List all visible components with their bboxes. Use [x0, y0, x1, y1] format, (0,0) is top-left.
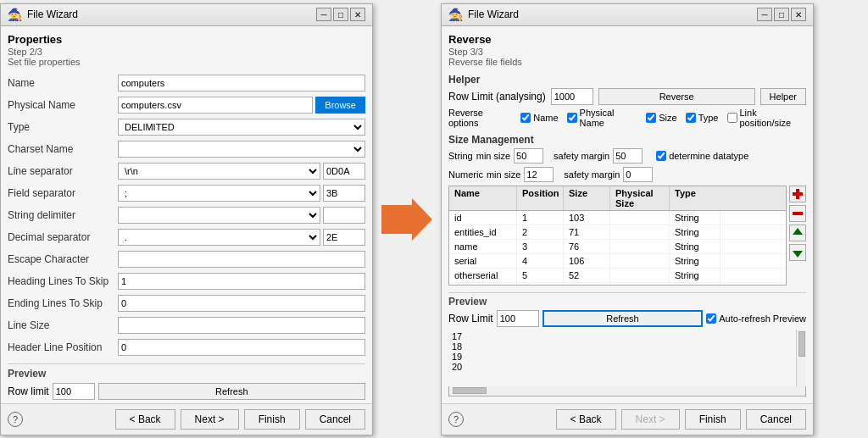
- cb-size-label[interactable]: Size: [646, 113, 676, 123]
- left-section-title: Properties: [8, 33, 365, 46]
- numeric-safety-input[interactable]: [623, 167, 653, 182]
- right-title-icon: 🧙: [448, 8, 463, 21]
- type-label: Type: [8, 121, 118, 133]
- right-finish-button[interactable]: Finish: [685, 409, 741, 430]
- left-preview-section: Preview Row limit Refresh: [8, 363, 365, 403]
- cell-type: String: [670, 211, 721, 225]
- table-down-button[interactable]: [789, 244, 806, 261]
- string-label: String: [448, 151, 473, 161]
- left-preview-row: Row limit Refresh: [8, 383, 365, 400]
- determine-datatype-label[interactable]: determine datatype: [656, 151, 748, 161]
- charset-select[interactable]: [118, 141, 365, 158]
- left-back-button[interactable]: < Back: [115, 409, 175, 430]
- cb-size[interactable]: [646, 113, 656, 123]
- right-cancel-button[interactable]: Cancel: [746, 409, 806, 430]
- right-back-button[interactable]: < Back: [556, 409, 616, 430]
- cb-type[interactable]: [686, 113, 696, 123]
- left-refresh-button[interactable]: Refresh: [98, 383, 365, 400]
- left-minimize-btn[interactable]: ─: [316, 8, 331, 21]
- row-limit-analysing-input[interactable]: [551, 88, 593, 105]
- decimal-sep-hex[interactable]: [323, 229, 365, 246]
- numeric-min-size-input[interactable]: [524, 167, 554, 182]
- right-row-limit-label: Row Limit: [448, 313, 493, 324]
- left-footer-right: < Back Next > Finish Cancel: [115, 409, 365, 430]
- string-min-size-input[interactable]: [514, 148, 543, 164]
- preview-line-18: 18: [452, 341, 793, 352]
- cb-physical[interactable]: [567, 113, 577, 123]
- right-preview-scrollbar-v[interactable]: [796, 330, 806, 386]
- header-pos-input[interactable]: [118, 339, 365, 356]
- right-minimize-btn[interactable]: ─: [757, 8, 772, 21]
- cb-link[interactable]: [727, 113, 737, 123]
- left-cancel-button[interactable]: Cancel: [305, 409, 365, 430]
- right-close-btn[interactable]: ✕: [791, 8, 806, 21]
- field-sep-select[interactable]: ;: [118, 185, 320, 202]
- helper-button[interactable]: Helper: [760, 88, 806, 105]
- cb-link-label[interactable]: Link position/size: [727, 108, 807, 128]
- right-title-bar: 🧙 File Wizard ─ □ ✕: [442, 4, 813, 26]
- cb-name[interactable]: [520, 113, 531, 123]
- determine-datatype-cb[interactable]: [656, 151, 666, 161]
- reverse-button[interactable]: Reverse: [598, 88, 755, 105]
- line-sep-row: Line separator \r\n: [8, 162, 365, 180]
- col-header-type: Type: [670, 186, 721, 210]
- table-up-button[interactable]: [789, 225, 806, 241]
- left-next-button[interactable]: Next >: [181, 409, 239, 430]
- string-delim-select[interactable]: [118, 207, 320, 224]
- name-input[interactable]: [118, 75, 365, 91]
- right-maximize-btn[interactable]: □: [774, 8, 789, 21]
- cb-name-label[interactable]: Name: [520, 113, 558, 123]
- cell-size: 62: [564, 283, 610, 286]
- cb-physical-label[interactable]: Physical Name: [567, 108, 638, 128]
- browse-button[interactable]: Browse: [315, 97, 365, 114]
- field-sep-label: Field separator: [8, 187, 118, 199]
- field-sep-hex[interactable]: [323, 185, 365, 202]
- auto-refresh-label[interactable]: Auto-refresh Preview: [706, 313, 806, 324]
- table-row: entities_id 2 71 String: [449, 225, 786, 240]
- type-select[interactable]: DELIMITED: [118, 119, 365, 136]
- ending-skip-input[interactable]: [118, 295, 365, 312]
- string-delim-hex[interactable]: [323, 207, 365, 224]
- cell-type: String: [670, 283, 721, 286]
- left-window: 🧙 File Wizard ─ □ ✕ Properties Step 2/3 …: [0, 3, 373, 435]
- line-sep-hex[interactable]: [323, 163, 365, 180]
- left-maximize-btn[interactable]: □: [333, 8, 348, 21]
- table-add-button[interactable]: [789, 186, 806, 202]
- heading-skip-input[interactable]: [118, 273, 365, 290]
- decimal-sep-select[interactable]: .: [118, 229, 320, 246]
- auto-refresh-cb[interactable]: [706, 313, 716, 324]
- right-next-button[interactable]: Next >: [621, 409, 680, 430]
- cell-position: 1: [517, 211, 564, 225]
- right-preview-scrollbar-h[interactable]: [448, 386, 806, 396]
- line-size-input[interactable]: [118, 317, 365, 334]
- left-row-limit-input[interactable]: [53, 383, 95, 400]
- escape-input[interactable]: [118, 251, 365, 268]
- table-row: serial 4 106 String: [449, 254, 786, 269]
- right-preview-scrollbar-h-thumb: [453, 387, 487, 394]
- table-row: name 3 76 String: [449, 240, 786, 254]
- cell-name: name: [449, 240, 517, 253]
- svg-marker-4: [793, 228, 803, 235]
- left-finish-button[interactable]: Finish: [244, 409, 300, 430]
- string-safety-input[interactable]: [613, 148, 643, 164]
- cell-size: 52: [564, 269, 610, 282]
- header-pos-label: Header Line Position: [8, 341, 118, 353]
- table-remove-button[interactable]: [789, 205, 806, 222]
- left-close-btn[interactable]: ✕: [350, 8, 365, 21]
- cb-type-label[interactable]: Type: [686, 113, 719, 123]
- cell-name: otherserial: [449, 269, 517, 282]
- right-row-limit-input[interactable]: [497, 310, 539, 327]
- cell-name: contact: [449, 283, 517, 286]
- right-help-icon[interactable]: ?: [448, 412, 464, 427]
- string-min-size-label: min size: [476, 151, 510, 161]
- line-sep-select[interactable]: \r\n: [118, 163, 320, 180]
- right-step: Step 3/3 Reverse file fields: [448, 47, 806, 67]
- cell-size: 71: [564, 225, 610, 239]
- string-delim-control: [118, 207, 365, 224]
- left-help-icon[interactable]: ?: [8, 412, 23, 427]
- right-refresh-button[interactable]: Refresh: [542, 310, 704, 327]
- physical-name-row: Physical Name Browse: [8, 96, 365, 114]
- right-title-controls: ─ □ ✕: [757, 8, 806, 21]
- physical-name-input[interactable]: [118, 97, 313, 114]
- table-row: contact 6 62 String: [449, 283, 786, 286]
